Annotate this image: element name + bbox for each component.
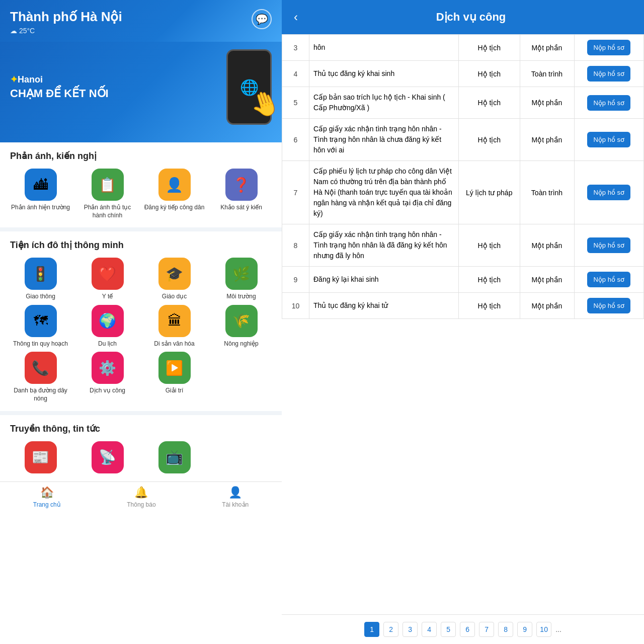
row-action: Nộp hồ sơ (574, 87, 644, 119)
icon-item-entertainment[interactable]: ▶️ Giải trí (144, 352, 205, 403)
agriculture-label: Nông nghiệp (224, 340, 258, 348)
nav-notifications[interactable]: 🔔 Thông báo (127, 486, 155, 508)
submit-button[interactable]: Nộp hồ sơ (587, 272, 630, 287)
heritage-icon: 🏛 (158, 305, 191, 337)
row-action: Nộp hồ sơ (574, 61, 644, 87)
nav-account[interactable]: 👤 Tài khoản (222, 486, 249, 508)
submit-button[interactable]: Nộp hồ sơ (587, 40, 630, 55)
row-level: Toàn trình (520, 161, 574, 224)
submit-button[interactable]: Nộp hồ sơ (587, 132, 630, 147)
row-category: Hộ tịch (459, 224, 520, 267)
row-level: Một phần (520, 35, 574, 61)
icon-item-procedure[interactable]: 📋 Phản ánh thủ tục hành chính (77, 169, 138, 219)
icon-item-feedback[interactable]: 🏙 Phản ánh hiện trường (10, 169, 71, 219)
right-panel-title: Dịch vụ công (308, 11, 634, 24)
city-name: Thành phố Hà Nội (10, 9, 122, 25)
page-5[interactable]: 5 (441, 622, 456, 637)
banner-slogan: CHẠM ĐỂ KẾT NỐI (10, 87, 109, 100)
submit-button[interactable]: Nộp hồ sơ (587, 66, 630, 82)
nav-notifications-label: Thông báo (127, 501, 155, 508)
row-action: Nộp hồ sơ (574, 293, 644, 319)
row-action: Nộp hồ sơ (574, 35, 644, 61)
feedback-section: Phản ánh, kiến nghị 🏙 Phản ánh hiện trườ… (0, 142, 282, 227)
nav-home[interactable]: 🏠 Trang chủ (33, 486, 61, 508)
feedback-grid: 🏙 Phản ánh hiện trường 📋 Phản ánh thủ tụ… (10, 169, 272, 219)
tourism-icon: 🌍 (92, 305, 124, 337)
news-icon-2[interactable]: 📡 (77, 441, 138, 473)
page-2[interactable]: 2 (383, 622, 398, 637)
entertainment-label: Giải trí (166, 387, 184, 395)
back-button[interactable]: ‹ (292, 8, 300, 26)
submit-button[interactable]: Nộp hồ sơ (587, 185, 630, 200)
left-panel: Thành phố Hà Nội ☁ 25°C 💬 ✦Hanoi CHẠM ĐỂ… (0, 0, 282, 644)
icon-item-public-service[interactable]: ⚙️ Dịch vụ công (77, 352, 138, 403)
icon-item-tourism[interactable]: 🌍 Du lịch (77, 305, 138, 348)
smart-grid-1: 🚦 Giao thông ❤️ Y tế 🎓 Giáo dục 🌿 Môi tr… (10, 258, 272, 301)
news-icon-1[interactable]: 📰 (10, 441, 71, 473)
icon-item-education[interactable]: 🎓 Giáo dục (144, 258, 205, 301)
pagination: 1 2 3 4 5 6 7 8 9 10 ... (282, 614, 644, 644)
nav-account-label: Tài khoản (222, 501, 249, 508)
row-level: Một phần (520, 267, 574, 293)
news-title: Truyền thông, tin tức (10, 423, 272, 434)
icon-item-heritage[interactable]: 🏛 Di sản văn hóa (144, 305, 205, 348)
smart-section: Tiện ích đô thị thông minh 🚦 Giao thông … (0, 231, 282, 411)
nav-home-label: Trang chủ (33, 501, 61, 508)
news-section: Truyền thông, tin tức 📰 📡 📺 (0, 415, 282, 481)
page-3[interactable]: 3 (403, 622, 418, 637)
chat-button[interactable]: 💬 (252, 9, 272, 29)
traffic-label: Giao thông (26, 293, 55, 301)
icon-item-hotline[interactable]: 📞 Danh bạ đường dây nóng (10, 352, 71, 403)
row-name: Thủ tục đăng ký khai tử (309, 293, 459, 319)
row-category: Hộ tịch (459, 267, 520, 293)
row-num: 6 (282, 119, 309, 161)
planning-icon: 🗺 (25, 305, 57, 337)
smart-title: Tiện ích đô thị thông minh (10, 239, 272, 251)
row-action: Nộp hồ sơ (574, 161, 644, 224)
account-icon: 👤 (228, 486, 242, 499)
icon-item-environment[interactable]: 🌿 Môi trường (211, 258, 272, 301)
banner-phone: 🌐 🤚 (226, 49, 272, 125)
news-grid: 📰 📡 📺 (10, 441, 272, 473)
icon-item-planning[interactable]: 🗺 Thông tin quy hoạch (10, 305, 71, 348)
row-category: Hộ tịch (459, 119, 520, 161)
row-name: Đăng ký lại khai sinh (309, 267, 459, 293)
feedback-title: Phản ánh, kiến nghị (10, 150, 272, 162)
row-level: Một phần (520, 119, 574, 161)
page-8[interactable]: 8 (498, 622, 513, 637)
procedure-icon: 📋 (92, 169, 124, 201)
hotline-icon: 📞 (25, 352, 57, 384)
phone-mockup: 🌐 🤚 (226, 49, 272, 125)
page-6[interactable]: 6 (460, 622, 475, 637)
header-right: 💬 (252, 9, 272, 29)
table-container: 3 hôn Hộ tịch Một phần Nộp hồ sơ 4 Thủ t… (282, 34, 644, 614)
public-service-label: Dịch vụ công (90, 387, 125, 395)
tourism-label: Du lịch (98, 340, 117, 348)
services-table: 3 hôn Hộ tịch Một phần Nộp hồ sơ 4 Thủ t… (282, 34, 644, 319)
page-9[interactable]: 9 (517, 622, 532, 637)
heritage-label: Di sản văn hóa (154, 340, 194, 348)
submit-button[interactable]: Nộp hồ sơ (587, 237, 630, 253)
table-row: 8 Cấp giấy xác nhận tình trạng hôn nhân … (282, 224, 644, 267)
procedure-label: Phản ánh thủ tục hành chính (77, 204, 138, 219)
row-num: 5 (282, 87, 309, 119)
page-7[interactable]: 7 (479, 622, 494, 637)
weather-info: ☁ 25°C (10, 27, 122, 35)
page-10[interactable]: 10 (536, 622, 551, 637)
traffic-icon: 🚦 (25, 258, 57, 290)
icon-item-traffic[interactable]: 🚦 Giao thông (10, 258, 71, 301)
icon-item-agriculture[interactable]: 🌾 Nông nghiệp (211, 305, 272, 348)
icon-item-health[interactable]: ❤️ Y tế (77, 258, 138, 301)
page-1[interactable]: 1 (364, 622, 379, 637)
row-num: 9 (282, 267, 309, 293)
table-row: 9 Đăng ký lại khai sinh Hộ tịch Một phần… (282, 267, 644, 293)
banner: ✦Hanoi CHẠM ĐỂ KẾT NỐI 🌐 🤚 (0, 42, 282, 142)
submit-button[interactable]: Nộp hồ sơ (587, 298, 630, 313)
row-name: Cấp phiếu lý lịch tư pháp cho công dân V… (309, 161, 459, 224)
icon-item-register[interactable]: 👤 Đăng ký tiếp công dân (144, 169, 205, 219)
news-icon-3[interactable]: 📺 (144, 441, 205, 473)
icon-item-survey[interactable]: ❓ Khảo sát ý kiến (211, 169, 272, 219)
row-action: Nộp hồ sơ (574, 267, 644, 293)
submit-button[interactable]: Nộp hồ sơ (587, 95, 630, 111)
page-4[interactable]: 4 (422, 622, 437, 637)
